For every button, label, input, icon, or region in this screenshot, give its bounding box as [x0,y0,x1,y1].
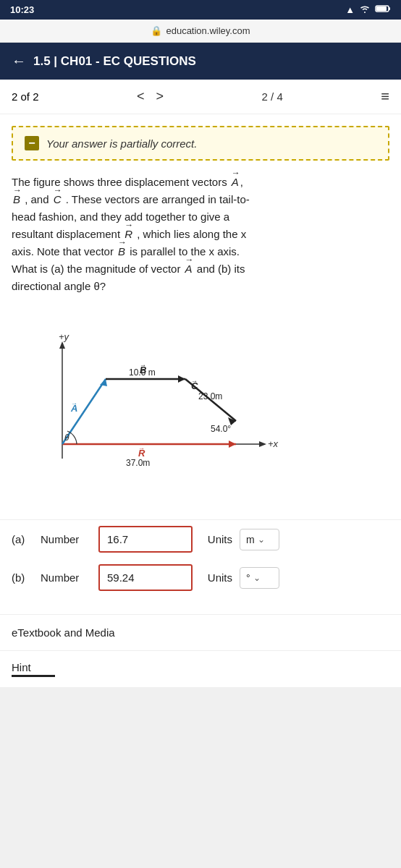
svg-rect-2 [376,7,387,11]
lock-icon: 🔒 [151,25,162,36]
svg-text:10.0 m: 10.0 m [129,367,156,378]
svg-text:→: → [71,400,77,407]
svg-text:+x: +x [268,438,279,449]
status-icons: ▲ [345,4,391,15]
answer-b-type: Number [41,571,91,584]
etextbook-button[interactable]: eTextbook and Media [0,615,401,651]
svg-text:37.0m: 37.0m [126,458,150,468]
svg-text:→: → [138,445,145,452]
answer-a-units-label: Units [200,533,232,545]
answer-feedback-banner: − Your answer is partially correct. [12,126,389,161]
nav-bar: ← 1.5 | CH01 - EC QUESTIONS [0,43,401,80]
page-info: 2 / 4 [262,90,283,103]
feedback-minus-icon: − [25,136,39,150]
answer-a-units-select[interactable]: m ⌄ [240,529,279,550]
answer-row-b: (b) Number Units ° ⌄ [12,564,389,591]
svg-text:23.0m: 23.0m [198,391,222,401]
answer-b-label: (b) [12,571,33,584]
hint-label: Hint [12,661,31,673]
status-bar: 10:23 ▲ [0,0,401,20]
feedback-text: Your answer is partially correct. [46,137,197,150]
answer-b-units-label: Units [200,571,232,584]
answer-b-input[interactable] [98,564,193,591]
wifi-icon [359,4,371,15]
back-button[interactable]: ← [12,53,26,69]
answer-a-unit-chevron: ⌄ [258,535,265,545]
svg-text:54.0°: 54.0° [211,424,231,434]
svg-marker-4 [59,341,65,349]
battery-icon [375,4,391,15]
answer-a-input[interactable] [98,526,193,553]
svg-text:+y: +y [59,331,70,342]
status-time: 10:23 [10,4,34,15]
svg-text:θ: θ [64,433,69,443]
question-header: 2 of 2 < > 2 / 4 ≡ [0,80,401,114]
answer-a-type: Number [41,533,91,545]
answer-b-unit-chevron: ⌄ [253,573,261,583]
hint-underline [12,675,55,677]
answer-b-unit-value: ° [246,572,250,584]
main-content: − Your answer is partially correct. The … [0,114,401,519]
nav-title: 1.5 | CH01 - EC QUESTIONS [33,54,196,69]
answer-row-a: (a) Number Units m ⌄ [12,526,389,553]
svg-marker-7 [259,441,266,447]
answers-section: (a) Number Units m ⌄ (b) Number Units ° … [0,519,401,614]
answer-a-label: (a) [12,533,33,545]
list-icon[interactable]: ≡ [381,88,389,105]
hint-button[interactable]: Hint [0,651,401,687]
next-question-button[interactable]: > [156,89,164,104]
nav-arrows: < > [137,89,164,104]
answer-a-unit-value: m [246,534,255,545]
bottom-section: eTextbook and Media Hint [0,614,401,687]
svg-marker-14 [178,375,185,383]
svg-rect-1 [389,7,390,10]
problem-text: The figure shows three displacement vect… [12,174,389,295]
prev-question-button[interactable]: < [137,89,145,104]
answer-b-units-select[interactable]: ° ⌄ [240,567,279,589]
browser-bar: 🔒 education.wiley.com [0,20,401,43]
svg-text:→: → [191,378,198,385]
question-count: 2 of 2 [12,90,39,103]
url-text: education.wiley.com [166,25,250,36]
signal-icon: ▲ [345,4,355,15]
svg-marker-10 [229,441,236,448]
vector-diagram: +y +x A → B → 10.0 m [19,314,294,480]
diagram-container: +y +x A → B → 10.0 m [12,307,389,490]
